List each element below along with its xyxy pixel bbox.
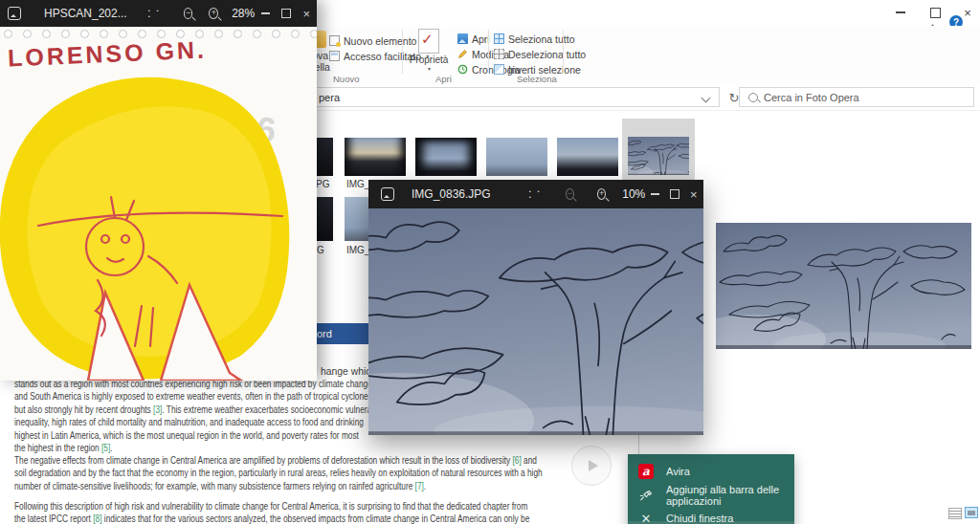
properties-check-icon <box>418 29 439 54</box>
viewer-maximize-button[interactable] <box>664 180 683 208</box>
notebook-hole <box>119 30 127 38</box>
pencil-icon <box>457 49 468 59</box>
photo-viewer-window-hpscan: HPSCAN_202... • • • − + 28% × LORENSO GN… <box>0 0 317 381</box>
details-view-button[interactable] <box>948 508 962 519</box>
ribbon-group-nuovo-label: Nuovo <box>333 74 359 84</box>
properties-label: Proprietà <box>406 55 452 65</box>
easy-access-icon <box>329 51 340 61</box>
document-text-line: the highest in the region [5]. <box>14 443 388 455</box>
photos-app-icon <box>8 7 21 20</box>
new-item-icon <box>329 35 340 46</box>
document-text-line: The negative effects from climate change… <box>14 455 543 468</box>
ribbon-divider <box>402 30 403 74</box>
deselect-all-button[interactable]: Deseleziona tutto <box>494 47 586 61</box>
dropdown-caret-icon: ▾ <box>407 65 452 72</box>
notebook-hole <box>23 30 32 38</box>
viewer-photo-content[interactable] <box>368 208 703 435</box>
avira-icon: a <box>638 464 654 479</box>
photos-app-icon <box>381 187 394 201</box>
document-text-line: number of climate-sensitive livelihoods;… <box>14 481 543 493</box>
sky-tree-drawing <box>628 137 689 175</box>
sky-tree-drawing <box>716 223 971 349</box>
viewer-titlebar[interactable]: IMG_0836.JPG • • • − + 10% × <box>368 180 703 208</box>
menu-item-label: Avira <box>666 466 690 477</box>
notebook-hole <box>61 30 70 38</box>
viewer-close-button[interactable]: × <box>684 180 703 208</box>
open-image-icon <box>457 33 468 44</box>
notebook-hole <box>310 30 317 38</box>
deselect-all-label: Deseleziona tutto <box>508 49 586 60</box>
notebook-hole <box>234 30 242 38</box>
document-text-line: the latest IPCC report [8] indicates tha… <box>14 513 529 524</box>
more-options-icon[interactable]: • • • <box>529 188 545 200</box>
properties-button[interactable]: Proprietà ▾ <box>406 29 452 72</box>
open-button[interactable]: Apri ▾ <box>457 32 498 46</box>
select-all-label: Seleziona tutto <box>508 33 574 45</box>
zoom-level: 10% <box>622 187 645 201</box>
menu-item-avira[interactable]: a Avira <box>628 460 794 483</box>
ribbon-group-apri-label: Apri <box>435 74 452 84</box>
history-clock-icon <box>457 64 468 75</box>
notebook-hole <box>291 30 300 38</box>
address-path-text: pera <box>319 92 340 103</box>
notebook-hole <box>253 30 261 38</box>
taskbar-jumplist-menu: a Avira Aggiungi alla barra delle applic… <box>628 454 794 524</box>
notebook-hole <box>42 30 51 38</box>
document-text-line: Following this description of high risk … <box>14 501 529 513</box>
photo-thumbnail[interactable] <box>486 138 547 176</box>
zoom-out-icon[interactable]: − <box>184 8 193 19</box>
notebook-hole <box>272 30 280 38</box>
document-text-line: stands out as a region with most countri… <box>14 379 388 391</box>
search-icon <box>748 93 758 102</box>
explorer-minimize-button[interactable] <box>886 3 915 22</box>
notebook-hole <box>4 30 12 38</box>
document-paragraph: Following this description of high risk … <box>14 501 658 524</box>
ribbon-divider <box>563 30 564 74</box>
photo-thumbnail[interactable] <box>557 138 618 176</box>
sky-tree-image <box>716 223 971 349</box>
document-text-line: but also strongly hit by recent droughts… <box>14 404 388 417</box>
zoom-in-icon[interactable]: + <box>209 8 218 19</box>
viewer-maximize-button[interactable] <box>276 0 297 27</box>
document-text-line: soil degradation and by the fact that th… <box>14 468 543 480</box>
chevron-down-icon[interactable] <box>702 94 711 103</box>
ribbon-divider <box>488 30 489 74</box>
search-input[interactable]: Cerca in Foto Opera <box>739 87 974 107</box>
open-label: Apri <box>472 33 490 45</box>
pin-icon <box>638 490 654 502</box>
photo-thumbnail[interactable] <box>345 138 406 176</box>
invert-selection-icon <box>494 64 504 75</box>
viewer-titlebar[interactable]: HPSCAN_202... • • • − + 28% × <box>0 0 317 27</box>
notebook-hole <box>214 30 223 38</box>
photo-thumbnail-selected[interactable] <box>628 137 689 175</box>
viewer-close-button[interactable]: × <box>296 0 317 27</box>
search-placeholder-text: Cerca in Foto Opera <box>764 92 859 103</box>
next-image-button[interactable] <box>571 446 612 486</box>
select-all-icon <box>494 33 504 44</box>
photo-viewer-window-img0836: IMG_0836.JPG • • • − + 10% × <box>368 180 703 435</box>
notebook-hole <box>100 30 108 38</box>
viewer-photo-content[interactable]: LORENSO GN. 06 <box>0 27 317 381</box>
thumbnails-view-button[interactable] <box>965 507 978 518</box>
menu-item-pin-to-taskbar[interactable]: Aggiungi alla barra delle applicazioni <box>628 484 794 507</box>
more-options-icon[interactable]: • • • <box>148 8 165 19</box>
viewer-minimize-button[interactable] <box>255 0 276 27</box>
ribbon-group-seleziona-label: Seleziona <box>517 74 557 84</box>
viewer-minimize-button[interactable] <box>645 180 664 208</box>
viewer-title: IMG_0836.JPG <box>412 187 491 201</box>
address-bar[interactable]: pera <box>304 87 720 107</box>
document-text-line: inequality, high rates of child mortalit… <box>14 417 388 429</box>
notebook-hole <box>138 30 146 38</box>
photo-thumbnail[interactable] <box>415 138 477 176</box>
zoom-level: 28% <box>232 7 255 20</box>
sky-tree-drawing <box>368 208 703 435</box>
document-text-line: highest in Latin America, which is the m… <box>14 430 388 443</box>
notebook-hole <box>80 30 89 38</box>
menu-item-label: Aggiungi alla barra delle applicazioni <box>666 484 794 507</box>
zoom-in-icon[interactable]: + <box>597 188 606 200</box>
thumbnail-filename: G <box>317 245 324 255</box>
zoom-out-icon[interactable]: − <box>566 188 574 200</box>
deselect-all-icon <box>494 49 504 59</box>
play-arrow-icon <box>589 460 598 471</box>
document-text-line: and South America is highly exposed to e… <box>14 391 388 404</box>
